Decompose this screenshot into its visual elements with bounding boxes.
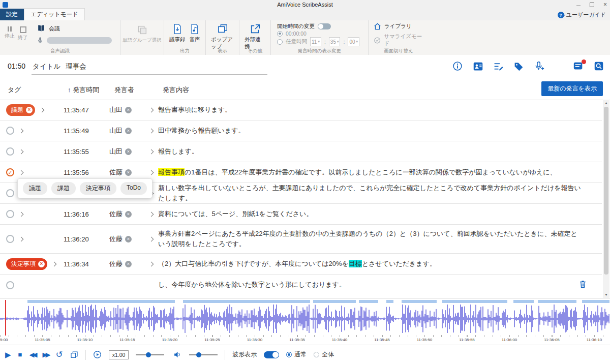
utterance-text[interactable]: 事業方針書2ページにあたる平成22年度の主要計数の中の主要課題のうちの（2）と（…	[158, 229, 602, 249]
expand-chevron-icon[interactable]	[19, 211, 24, 217]
title-field[interactable]: タイトル 理事会	[32, 60, 267, 75]
table-row[interactable]: 議題 × 11:35:47 山田× 報告書事項に移ります。	[0, 100, 602, 120]
edit-list-icon[interactable]	[492, 60, 504, 72]
end-button[interactable]: 終了	[16, 22, 29, 41]
column-content[interactable]: 発言内容	[163, 85, 189, 95]
utterance-text[interactable]: 新しい数字を出していないところが、主要課題にありましたので、これらが完全に確定し…	[158, 183, 602, 203]
playhead-cursor[interactable]	[5, 300, 6, 336]
close-icon[interactable]: ×	[603, 2, 607, 8]
utterance-text[interactable]: 報告します。	[158, 146, 602, 157]
scroll-up-icon[interactable]: ▲	[603, 100, 609, 106]
table-row[interactable]: 11:35:55 山田× 報告します。	[0, 141, 602, 162]
table-row[interactable]: 11:36:20 佐藤× 事業方針書2ページにあたる平成22年度の主要計数の中の…	[0, 225, 602, 254]
speaker-chevron-icon[interactable]	[148, 170, 154, 175]
expand-chevron-icon[interactable]	[19, 236, 24, 241]
external-link-button[interactable]: 外部連携	[242, 22, 267, 51]
remove-speaker-icon[interactable]: ×	[125, 211, 132, 218]
utterance-text[interactable]: 報告書事項に移ります。	[158, 105, 602, 115]
scroll-down-icon[interactable]: ▼	[603, 291, 609, 298]
tag-option[interactable]: 課題	[51, 182, 76, 195]
replay-icon[interactable]: ↺	[55, 350, 63, 359]
table-row[interactable]: 決定事項 × 11:36:34 佐藤× （2）大口与信比率の引き下げですが、本年…	[0, 254, 602, 275]
speaker-chevron-icon[interactable]	[148, 261, 154, 266]
remove-speaker-icon[interactable]: ×	[125, 107, 132, 113]
expand-chevron-icon[interactable]	[19, 149, 24, 154]
tab-edit-mode[interactable]: エディットモード	[24, 8, 85, 20]
column-speaker[interactable]: 発言者	[114, 85, 134, 95]
scrollbar-thumb[interactable]	[604, 107, 608, 275]
popup-button[interactable]: ポップアップ	[209, 22, 236, 51]
rewind-button[interactable]: ◀◀	[29, 351, 35, 358]
comment-badge-icon[interactable]	[572, 60, 585, 72]
utterance-text[interactable]: し、今年度から地公体を除いた数字という形にしております。	[158, 280, 602, 290]
remove-speaker-icon[interactable]: ×	[125, 236, 132, 242]
select-circle[interactable]	[6, 210, 14, 218]
remove-speaker-icon[interactable]: ×	[125, 148, 132, 155]
delete-row-icon[interactable]	[579, 280, 587, 290]
utterance-text[interactable]: 報告事項の1番目は、平成22年度事業方針書の確定です。以前示しましたところに一部…	[158, 167, 602, 177]
stop-button-player[interactable]: ■	[18, 351, 22, 358]
play-button[interactable]: ▶	[5, 351, 11, 358]
select-circle[interactable]	[6, 147, 14, 156]
table-row[interactable]: 11:36:16 佐藤× 資料については、5ページ、別紙1をご覧ください。	[0, 204, 602, 225]
summarize-mode-button[interactable]: サマライズモード	[374, 33, 425, 47]
tag-option[interactable]: 議題	[23, 182, 47, 195]
select-circle[interactable]	[6, 127, 14, 135]
maximize-icon[interactable]	[590, 3, 594, 7]
speaker-name[interactable]: 山田	[109, 147, 123, 156]
mode-whole-radio[interactable]: 全体	[314, 350, 334, 359]
expand-chevron-icon[interactable]	[19, 128, 24, 133]
tag-icon[interactable]	[512, 60, 525, 72]
tag-badge-decision[interactable]: 決定事項 ×	[6, 258, 47, 270]
column-time[interactable]: ↑ 発言時間	[68, 85, 99, 95]
speaker-name[interactable]: 山田	[109, 105, 123, 114]
user-guide-link[interactable]: ? ユーザーガイド	[558, 11, 606, 19]
word-group-select-button[interactable]: 単語グループ選択	[124, 22, 161, 45]
audio-output-button[interactable]: 音声	[188, 22, 202, 44]
tag-option[interactable]: ToDo	[120, 182, 147, 195]
column-tag[interactable]: タグ	[8, 85, 21, 95]
library-button[interactable]: ライブラリ	[374, 23, 425, 30]
custom-time-radio[interactable]	[277, 39, 283, 45]
table-row[interactable]: 11:35:49 山田× 田中常務から報告願います。	[0, 120, 602, 141]
remove-speaker-icon[interactable]: ×	[125, 128, 132, 134]
selected-check-icon[interactable]: ✓	[6, 168, 14, 176]
fast-forward-button[interactable]: ▶▶	[42, 351, 48, 358]
volume-icon[interactable]	[173, 351, 182, 358]
speaker-name[interactable]: 山田	[109, 126, 123, 135]
minutes-output-button[interactable]: 議事録	[167, 22, 188, 44]
title-value[interactable]: 理事会	[66, 62, 86, 71]
speaker-chevron-icon[interactable]	[148, 236, 154, 241]
sort-asc-icon[interactable]: ↑	[68, 86, 71, 94]
show-latest-button[interactable]: 最新の発言を表示	[541, 81, 603, 96]
waveform-panel[interactable]: 5:0011:35:0511:35:1011:35:1511:35:2011:3…	[0, 298, 610, 345]
expand-chevron-icon[interactable]	[19, 170, 24, 175]
expand-chevron-icon[interactable]	[40, 107, 45, 112]
utterance-text[interactable]: 田中常務から報告願います。	[158, 126, 602, 136]
zero-time-radio[interactable]	[277, 31, 283, 37]
waveform-toggle[interactable]	[264, 351, 279, 358]
speaker-chevron-icon[interactable]	[148, 128, 154, 133]
info-icon[interactable]	[451, 60, 464, 72]
remove-speaker-icon[interactable]: ×	[125, 169, 132, 176]
tag-badge-topic[interactable]: 議題 ×	[6, 104, 35, 116]
remove-tag-icon[interactable]: ×	[26, 107, 33, 113]
tag-option[interactable]: 決定事項	[80, 182, 116, 195]
repeat-section-icon[interactable]	[70, 351, 78, 359]
speaker-chevron-icon[interactable]	[148, 211, 154, 217]
speaker-name[interactable]: 佐藤	[109, 234, 123, 244]
tab-settings[interactable]: 設定	[0, 9, 24, 20]
utterance-text[interactable]: （2）大口与信比率の引き下げですが、本年度については20%を目標とさせていただき…	[158, 259, 602, 269]
select-circle[interactable]	[6, 189, 14, 197]
select-circle[interactable]	[6, 281, 14, 289]
speaker-settings-icon[interactable]	[472, 60, 484, 72]
minute-spinner[interactable]: 35▾	[329, 37, 341, 46]
speaker-chevron-icon[interactable]	[148, 149, 154, 154]
utterance-text[interactable]: 資料については、5ページ、別紙1をご覧ください。	[158, 209, 602, 219]
speaker-name[interactable]: 佐藤	[109, 209, 123, 219]
text-search-icon[interactable]	[593, 60, 605, 72]
speaker-chevron-icon[interactable]	[148, 107, 154, 112]
speaker-name[interactable]: 佐藤	[109, 259, 123, 268]
hour-spinner[interactable]: 11▾	[310, 37, 321, 46]
mic-add-icon[interactable]	[533, 60, 545, 72]
